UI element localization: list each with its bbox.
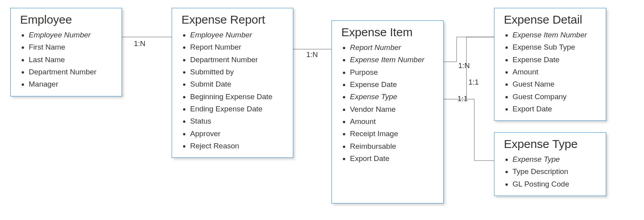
entity-expense-type-attrs: Expense TypeType DescriptionGL Posting C… — [504, 153, 596, 190]
entity-expense-detail-title: Expense Detail — [504, 13, 596, 26]
entity-attribute: Expense Type — [513, 153, 596, 165]
entity-attribute: Type Description — [513, 165, 596, 177]
entity-attribute: Department Number — [190, 54, 283, 66]
entity-attribute: Employee Number — [190, 29, 283, 41]
entity-attribute: Expense Item Number — [513, 29, 596, 41]
entity-attribute: Beginning Expense Date — [190, 91, 283, 103]
relation-label-3: 1:N — [458, 61, 470, 70]
entity-expense-type: Expense Type Expense TypeType Descriptio… — [494, 132, 606, 196]
entity-attribute: Employee Number — [29, 29, 112, 41]
entity-attribute: Ending Expense Date — [190, 103, 283, 115]
entity-attribute: Submit Date — [190, 78, 283, 90]
entity-attribute: Vendor Name — [350, 103, 434, 115]
entity-attribute: Submitted by — [190, 66, 283, 78]
entity-attribute: GL Posting Code — [513, 178, 596, 190]
entity-attribute: Report Number — [350, 41, 434, 54]
entity-attribute: First Name — [29, 41, 112, 53]
entity-attribute: Purpose — [350, 66, 434, 78]
relation-label-5: 1:1 — [457, 94, 468, 103]
entity-expense-item: Expense Item Report NumberExpense Item N… — [331, 20, 444, 203]
entity-attribute: Expense Sub Type — [513, 41, 596, 53]
entity-attribute: Amount — [350, 115, 434, 128]
entity-attribute: Expense Type — [350, 91, 434, 103]
relation-label-2: 1:N — [306, 50, 318, 59]
entity-attribute: Guest Company — [513, 91, 596, 103]
entity-attribute: Amount — [513, 66, 596, 78]
entity-attribute: Expense Date — [350, 78, 434, 91]
entity-attribute: Reimbursable — [350, 140, 434, 152]
entity-expense-type-title: Expense Type — [504, 137, 596, 151]
entity-attribute: Expense Date — [513, 54, 596, 66]
entity-attribute: Last Name — [29, 54, 112, 66]
entity-employee-title: Employee — [20, 13, 112, 26]
entity-expense-detail: Expense Detail Expense Item NumberExpens… — [494, 8, 606, 121]
relation-label-4: 1:1 — [468, 78, 479, 87]
entity-attribute: Approver — [190, 128, 283, 140]
entity-expense-item-attrs: Report NumberExpense Item NumberPurposeE… — [341, 41, 434, 165]
entity-expense-report: Expense Report Employee NumberReport Num… — [172, 8, 293, 158]
entity-expense-report-title: Expense Report — [181, 13, 283, 26]
entity-attribute: Expense Item Number — [350, 54, 434, 66]
entity-attribute: Department Number — [29, 66, 112, 78]
entity-attribute: Export Date — [350, 152, 434, 165]
entity-attribute: Guest Name — [513, 78, 596, 90]
entity-attribute: Report Number — [190, 41, 283, 53]
entity-attribute: Receipt Image — [350, 128, 434, 140]
entity-employee: Employee Employee NumberFirst NameLast N… — [10, 8, 122, 96]
entity-expense-item-title: Expense Item — [341, 26, 434, 39]
entity-attribute: Manager — [29, 78, 112, 90]
relation-label-1: 1:N — [134, 39, 146, 48]
entity-expense-report-attrs: Employee NumberReport NumberDepartment N… — [181, 29, 283, 152]
entity-employee-attrs: Employee NumberFirst NameLast NameDepart… — [20, 29, 112, 91]
entity-attribute: Export Date — [513, 103, 596, 115]
entity-expense-detail-attrs: Expense Item NumberExpense Sub TypeExpen… — [504, 29, 596, 115]
entity-attribute: Status — [190, 115, 283, 127]
entity-attribute: Reject Reason — [190, 140, 283, 152]
